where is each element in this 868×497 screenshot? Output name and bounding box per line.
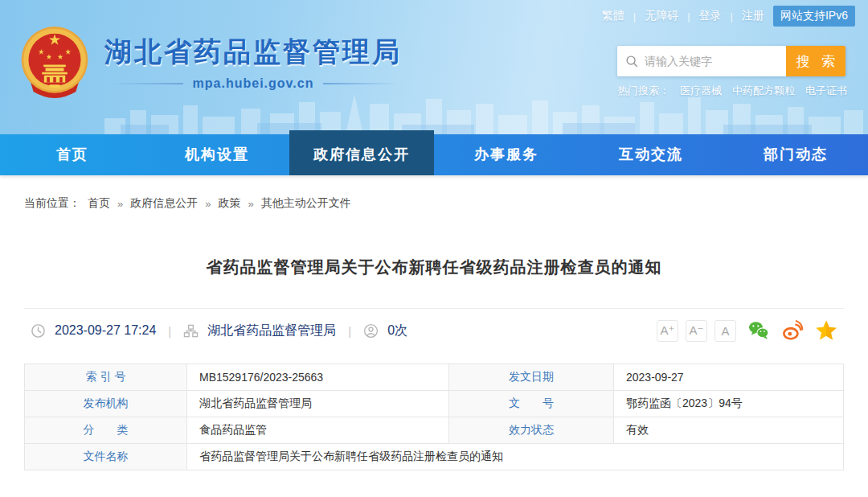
- issue-date-value: 2023-09-27: [614, 364, 844, 391]
- nav-item-org[interactable]: 机构设置: [145, 134, 289, 175]
- breadcrumb: 当前位置： 首页 » 政府信息公开 » 政策 » 其他主动公开文件: [0, 175, 868, 211]
- doc-title-value: 省药品监督管理局关于公布新聘任省级药品注册检查员的通知: [187, 444, 844, 470]
- article-actions: A⁺ A⁻ A: [657, 319, 837, 342]
- view-count: 0次: [387, 322, 407, 339]
- site-header: 繁體 | 无障碍 | 登录 | 注册 网站支持IPv6: [0, 0, 868, 134]
- breadcrumb-separator: »: [248, 198, 253, 210]
- validity-label: 效力状态: [449, 417, 614, 444]
- category-value: 食品药品监管: [187, 417, 449, 444]
- search-input[interactable]: [617, 46, 786, 76]
- table-row: 索 引 号 MB1529176/2023-25663 发文日期 2023-09-…: [25, 364, 844, 391]
- national-emblem-icon: [19, 24, 90, 100]
- topbar-separator: |: [687, 10, 690, 23]
- topbar-link-register[interactable]: 注册: [742, 9, 764, 23]
- wechat-icon[interactable]: [747, 319, 770, 342]
- category-label: 分 类: [25, 417, 187, 444]
- breadcrumb-gov-info[interactable]: 政府信息公开: [130, 196, 198, 211]
- url-decor-line: [109, 83, 183, 84]
- nav-item-news[interactable]: 部门动态: [723, 134, 868, 175]
- site-url: mpa.hubei.gov.cn: [193, 76, 314, 91]
- doc-number-label: 文 号: [449, 391, 614, 417]
- nav-item-home[interactable]: 首页: [0, 134, 145, 175]
- weibo-icon[interactable]: [781, 319, 804, 342]
- topbar-link-traditional[interactable]: 繁體: [602, 9, 624, 23]
- breadcrumb-separator: »: [117, 198, 123, 210]
- search-bar: 搜 索: [617, 46, 845, 76]
- font-decrease-button[interactable]: A⁻: [686, 320, 707, 342]
- article-meta: 2023-09-27 17:24 | 湖北省药品监督管理局 | 0次: [31, 322, 407, 339]
- hot-keyword-ecert[interactable]: 电子证书: [805, 84, 847, 98]
- topbar-link-accessibility[interactable]: 无障碍: [645, 9, 678, 23]
- table-row: 文件名称 省药品监督管理局关于公布新聘任省级药品注册检查员的通知: [25, 444, 844, 470]
- font-increase-button[interactable]: A⁺: [657, 320, 678, 342]
- breadcrumb-separator: »: [205, 198, 211, 210]
- search-icon: [624, 54, 639, 68]
- table-row: 发布机构 湖北省药品监督管理局 文 号 鄂药监函〔2023〕94号: [25, 391, 844, 417]
- topbar-separator: |: [633, 10, 636, 23]
- index-number-value: MB1529176/2023-25663: [187, 364, 449, 391]
- search-area: 搜 索 热门搜索： 医疗器械 中药配方颗粒 电子证书: [617, 46, 845, 98]
- publisher-label: 发布机构: [25, 391, 187, 417]
- hot-keyword-tcm-granules[interactable]: 中药配方颗粒: [732, 84, 795, 98]
- font-reset-button[interactable]: A: [714, 320, 736, 342]
- org-icon: [183, 323, 199, 339]
- search-input-box: [617, 46, 786, 76]
- table-row: 分 类 食品药品监管 效力状态 有效: [25, 417, 844, 444]
- breadcrumb-label: 当前位置：: [24, 196, 80, 211]
- source-org: 湖北省药品监督管理局: [207, 322, 336, 339]
- doc-number-value: 鄂药监函〔2023〕94号: [614, 391, 844, 417]
- index-number-label: 索 引 号: [25, 364, 187, 391]
- site-url-row: mpa.hubei.gov.cn: [104, 76, 402, 91]
- issue-date-label: 发文日期: [449, 364, 614, 391]
- brand-text: 湖北省药品监督管理局 mpa.hubei.gov.cn: [104, 34, 402, 91]
- breadcrumb-policy[interactable]: 政策: [218, 196, 240, 211]
- qzone-icon[interactable]: [815, 319, 837, 342]
- search-button[interactable]: 搜 索: [786, 46, 845, 76]
- main-nav: 首页 机构设置 政府信息公开 办事服务 互动交流 部门动态: [0, 134, 868, 175]
- content: 当前位置： 首页 » 政府信息公开 » 政策 » 其他主动公开文件 省药品监督管…: [0, 175, 868, 470]
- topbar-link-login[interactable]: 登录: [699, 9, 722, 23]
- clock-icon: [31, 323, 46, 339]
- url-decor-line: [323, 83, 397, 84]
- document-info-table: 索 引 号 MB1529176/2023-25663 发文日期 2023-09-…: [24, 364, 844, 470]
- article-title: 省药品监督管理局关于公布新聘任省级药品注册检查员的通知: [0, 257, 868, 278]
- meta-separator: |: [165, 324, 174, 338]
- nav-item-interaction[interactable]: 互动交流: [579, 134, 723, 175]
- publish-datetime: 2023-09-27 17:24: [55, 323, 156, 338]
- site-brand[interactable]: 湖北省药品监督管理局 mpa.hubei.gov.cn: [19, 24, 402, 100]
- article-meta-row: 2023-09-27 17:24 | 湖北省药品监督管理局 | 0次 A⁺ A⁻…: [24, 309, 844, 342]
- doc-title-label: 文件名称: [25, 444, 187, 470]
- site-title: 湖北省药品监督管理局: [104, 34, 402, 71]
- hot-search-row: 热门搜索： 医疗器械 中药配方颗粒 电子证书: [617, 84, 845, 98]
- breadcrumb-other-docs[interactable]: 其他主动公开文件: [261, 196, 351, 211]
- validity-value: 有效: [614, 417, 844, 444]
- breadcrumb-home[interactable]: 首页: [88, 196, 110, 211]
- topbar-separator: |: [731, 10, 733, 23]
- meta-separator: |: [345, 324, 354, 338]
- person-icon: [363, 323, 379, 339]
- topbar: 繁體 | 无障碍 | 登录 | 注册 网站支持IPv6: [602, 6, 855, 27]
- ipv6-support-badge[interactable]: 网站支持IPv6: [773, 6, 855, 27]
- hot-keyword-medical-devices[interactable]: 医疗器械: [680, 84, 722, 98]
- nav-item-services[interactable]: 办事服务: [434, 134, 579, 175]
- nav-item-gov-info[interactable]: 政府信息公开: [289, 130, 434, 175]
- publisher-value: 湖北省药品监督管理局: [187, 391, 449, 417]
- hot-search-label: 热门搜索：: [617, 84, 669, 98]
